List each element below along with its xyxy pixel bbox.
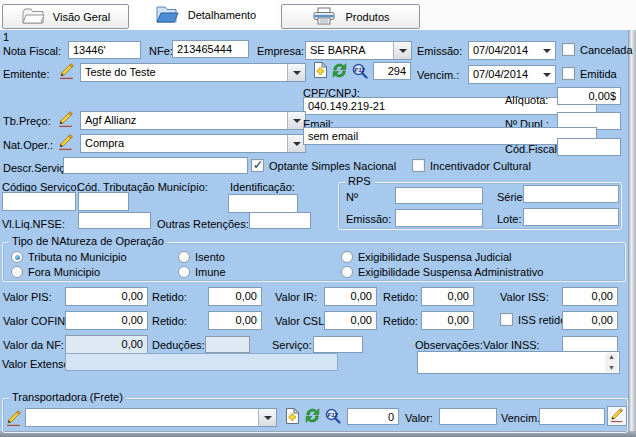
vencim-date-select[interactable]: 07/04/2014 (468, 65, 556, 84)
valor-cofins-input[interactable]: 0,00 (65, 311, 148, 330)
emitida-checkbox[interactable]: Emitida (562, 67, 617, 80)
cofins-retido-input[interactable]: 0,00 (208, 311, 262, 330)
tab-label: Detalhamento (188, 9, 257, 21)
transportadora-select[interactable] (25, 408, 277, 427)
f12-label: F12 (328, 412, 339, 418)
frete-valor-input[interactable] (439, 408, 497, 425)
edit-pencil-icon[interactable] (6, 410, 23, 427)
aliquota-input[interactable]: 0,00$ (557, 87, 621, 105)
nfe-input[interactable]: 213465444 (172, 40, 249, 58)
tb-preco-select[interactable]: Agf Allianz (80, 111, 306, 130)
nota-fiscal-label: Nota Fiscal: (3, 45, 61, 57)
identificacao-label: Identificação: (230, 181, 295, 193)
aliquota-label: Alíquota: (505, 94, 548, 106)
incentivador-cultural-label: Incentivador Cultural (430, 160, 531, 172)
memo-scrollbar[interactable]: ▲ ▼ (605, 353, 618, 372)
scroll-up-icon[interactable]: ▲ (608, 353, 615, 361)
f12-search-icon[interactable]: F12 (323, 408, 344, 424)
emitente-label: Emitente: (3, 68, 49, 80)
radio-isento[interactable]: Isento (178, 251, 225, 263)
cpf-cnpj-input[interactable]: 040.149.219-21 (303, 97, 597, 115)
codigo-servico-input[interactable] (2, 192, 76, 211)
identificacao-input[interactable] (228, 194, 298, 213)
dropdown-button[interactable] (538, 66, 555, 83)
servico-input[interactable] (313, 336, 363, 353)
nat-oper-select[interactable]: Compra (80, 134, 306, 153)
transportadora-code-input[interactable]: 0 (347, 408, 399, 425)
scroll-down-icon[interactable]: ▼ (608, 364, 615, 372)
refresh-icon[interactable] (304, 407, 321, 424)
rps-serie-input[interactable] (523, 185, 619, 203)
invoice-detail-window: Visão Geral Detalhamento (0, 0, 636, 437)
observacoes-label: Observações: (415, 339, 483, 351)
radio-imune[interactable]: Imune (178, 266, 226, 278)
incentivador-cultural-checkbox[interactable]: Incentivador Cultural (412, 159, 531, 172)
radio-exig-suspensa-judicial[interactable]: Exigibilidade Suspensa Judicial (341, 251, 511, 263)
cod-fiscal-input[interactable] (557, 138, 621, 156)
rps-emissao-input[interactable] (395, 209, 483, 227)
dropdown-button[interactable] (258, 409, 276, 426)
csll-retido-input[interactable]: 0,00 (421, 311, 474, 330)
chevron-down-icon (543, 73, 551, 77)
emitente-select[interactable]: Teste do Teste (80, 63, 306, 82)
radio-label: Fora Municipio (28, 266, 100, 278)
natureza-groupbox: Tipo de NAtureza de Operação Tributa no … (2, 242, 626, 282)
ir-retido-input[interactable]: 0,00 (421, 287, 474, 306)
radio-exig-suspensa-administrativo[interactable]: Exigibilidade Suspensa Administrativo (341, 266, 543, 278)
valor-csll-input[interactable]: 0,00 (324, 311, 377, 330)
outras-retencoes-input[interactable] (249, 212, 311, 229)
radio-label: Tributa no Municipio (28, 251, 127, 263)
optante-simples-checkbox[interactable]: Optante Simples Nacional (251, 159, 396, 172)
radio-fora-municipio[interactable]: Fora Municipio (11, 266, 100, 278)
tab-detalhamento[interactable]: Detalhamento (131, 0, 279, 30)
dropdown-button[interactable] (393, 42, 411, 59)
valor-pis-label: Valor PIS: (3, 291, 52, 303)
nota-fiscal-input[interactable]: 13446' (68, 41, 141, 59)
cofins-retido-label: Retido: (152, 315, 187, 327)
edit-pencil-icon[interactable] (58, 111, 75, 128)
f12-search-icon[interactable]: F12 (350, 63, 371, 79)
radio-dot-icon (178, 266, 190, 278)
emissao-label: Emissão: (417, 45, 462, 57)
edit-transportadora-button[interactable] (607, 406, 627, 426)
chevron-down-icon (293, 142, 301, 146)
cod-trib-municipio-input[interactable] (78, 192, 129, 211)
vencim-date-value: 07/04/2014 (469, 66, 538, 83)
tab-visao-geral[interactable]: Visão Geral (2, 4, 129, 29)
radio-label: Exigibilidade Suspensa Administrativo (358, 266, 543, 278)
valor-extenso-input[interactable] (65, 353, 338, 371)
frete-vencim-input[interactable] (539, 408, 605, 425)
pis-retido-input[interactable]: 0,00 (208, 287, 262, 306)
rps-no-label: Nº (346, 191, 358, 203)
refresh-icon[interactable] (331, 62, 348, 79)
new-document-icon[interactable] (285, 407, 300, 425)
dropdown-button[interactable] (538, 42, 555, 59)
emitente-code-input[interactable]: 294 (373, 62, 411, 80)
tab-produtos[interactable]: Produtos (281, 4, 420, 29)
valor-nf-input[interactable]: 0,00 (65, 335, 148, 354)
nfe-label: NFe: (149, 45, 173, 57)
vl-liq-nfse-input[interactable] (78, 212, 151, 229)
observacoes-memo[interactable]: ▲ ▼ (417, 351, 620, 374)
radio-tributa-municipio[interactable]: Tributa no Municipio (11, 251, 127, 263)
new-document-icon[interactable] (313, 61, 328, 79)
edit-pencil-icon[interactable] (58, 134, 75, 151)
tab-label: Visão Geral (53, 11, 110, 23)
emissao-date-select[interactable]: 07/04/2014 (468, 41, 556, 60)
rps-lote-input[interactable] (523, 208, 619, 226)
iss-retido-checkbox[interactable]: ISS retido (500, 313, 566, 326)
iss-retido-valor-input[interactable]: 0,00 (562, 311, 618, 330)
rps-no-input[interactable] (395, 187, 483, 204)
valor-iss-input[interactable]: 0,00 (562, 287, 618, 306)
cancelada-checkbox[interactable]: Cancelada (562, 43, 633, 56)
valor-inss-label: Valor INSS: (483, 339, 540, 351)
valor-pis-input[interactable]: 0,00 (65, 287, 148, 306)
descr-servico-input[interactable] (63, 157, 248, 174)
edit-pencil-icon[interactable] (59, 63, 76, 80)
edit-pencil-icon (610, 408, 625, 425)
valor-ir-input[interactable]: 0,00 (324, 287, 377, 306)
empresa-select[interactable]: SE BARRA (305, 41, 412, 60)
dropdown-button[interactable] (287, 64, 305, 81)
tb-preco-label: Tb.Preço: (3, 115, 51, 127)
deducoes-input[interactable] (205, 336, 250, 353)
